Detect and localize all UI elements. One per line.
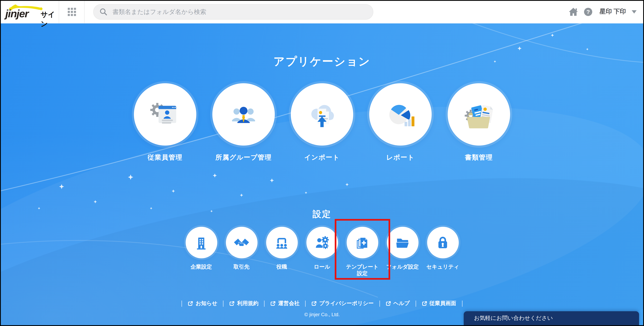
setting-label: セキュリティ — [425, 264, 461, 270]
external-link-icon — [312, 301, 317, 306]
setting-label: 役職 — [264, 264, 300, 270]
applications-section-title: アプリケーション — [0, 54, 644, 69]
applications-row: 従業員管理 — [0, 83, 644, 162]
search-input[interactable] — [93, 4, 373, 19]
app-item-import[interactable]: インポート — [283, 83, 361, 162]
setting-item-security[interactable]: セキュリティ — [423, 227, 463, 277]
app-label: 所属グループ管理 — [215, 154, 272, 162]
logo-text: jinjer — [5, 7, 28, 20]
header-divider — [84, 0, 85, 23]
app-item-document-management[interactable]: 書類管理 — [440, 83, 518, 162]
svg-text:?: ? — [586, 9, 590, 15]
footer-separator — [305, 300, 306, 307]
help-icon: ? — [584, 7, 592, 16]
app-label: レポート — [386, 154, 414, 162]
settings-row: 企業設定 取引先 — [0, 227, 644, 277]
document-management-icon — [462, 98, 495, 131]
app-launcher-button[interactable] — [59, 0, 84, 23]
business-partners-icon — [233, 234, 250, 251]
footer-separator — [223, 300, 224, 307]
app-label: 従業員管理 — [148, 154, 182, 162]
setting-item-business-partners[interactable]: 取引先 — [221, 227, 262, 277]
external-link-icon — [188, 301, 193, 306]
setting-label: 企業設定 — [183, 264, 219, 270]
setting-label: ロール — [304, 264, 340, 270]
report-icon — [384, 98, 417, 131]
footer-links: お知らせ 利用規約 運営会社 プライバシーポリシー ヘルプ — [0, 300, 644, 307]
folder-settings-icon — [394, 234, 411, 251]
logo-product-name: サイン — [41, 10, 59, 28]
external-link-icon — [422, 301, 427, 306]
help-button[interactable]: ? — [581, 4, 596, 19]
jinjer-sign-hub: jinjer サイン — [0, 0, 644, 326]
setting-item-roles[interactable]: ロール — [302, 227, 342, 277]
app-label: インポート — [304, 154, 340, 162]
external-link-icon — [270, 301, 276, 306]
settings-section-title: 設定 — [0, 208, 644, 220]
setting-label: 取引先 — [224, 264, 260, 270]
user-name: 星印 下印 — [600, 8, 626, 15]
grid-icon — [67, 7, 76, 16]
employee-management-icon — [149, 98, 182, 131]
setting-item-positions[interactable]: 役職 — [262, 227, 302, 277]
footer-separator — [379, 300, 380, 307]
group-management-icon — [227, 98, 260, 131]
search-icon — [100, 8, 108, 16]
positions-icon — [274, 234, 290, 251]
app-item-employee-management[interactable]: 従業員管理 — [126, 83, 204, 162]
external-link-icon — [386, 301, 391, 306]
home-button[interactable] — [566, 4, 581, 19]
footer-separator — [416, 300, 416, 307]
company-settings-icon — [194, 235, 209, 250]
chevron-down-icon — [632, 10, 637, 13]
footer-link-employee-screen[interactable]: 従業員画面 — [422, 300, 456, 307]
header-actions: ? 星印 下印 — [566, 4, 637, 19]
user-menu[interactable]: 星印 下印 — [600, 8, 636, 15]
footer-link-company[interactable]: 運営会社 — [270, 300, 300, 307]
template-settings-icon — [354, 234, 370, 251]
footer-link-terms[interactable]: 利用規約 — [229, 300, 258, 307]
footer-separator — [462, 300, 462, 307]
app-item-report[interactable]: レポート — [361, 83, 440, 162]
home-icon — [568, 7, 578, 16]
setting-label: テンプレート設定 — [344, 264, 380, 277]
app-item-group-management[interactable]: 所属グループ管理 — [204, 83, 283, 162]
external-link-icon — [229, 301, 234, 306]
setting-item-folder-settings[interactable]: フォルダ設定 — [382, 227, 423, 277]
roles-icon — [314, 234, 330, 251]
jinjer-logo[interactable]: jinjer サイン — [5, 2, 59, 21]
import-icon — [306, 98, 338, 131]
footer-link-news[interactable]: お知らせ — [188, 300, 218, 307]
hub-background: アプリケーション — [0, 23, 644, 326]
app-label: 書類管理 — [465, 154, 493, 162]
footer-separator — [182, 300, 182, 307]
header: jinjer サイン — [0, 0, 644, 23]
setting-item-company-settings[interactable]: 企業設定 — [181, 227, 221, 277]
footer-link-privacy-policy[interactable]: プライバシーポリシー — [312, 300, 374, 307]
security-icon — [434, 234, 451, 251]
footer-separator — [264, 300, 265, 307]
search-bar — [93, 4, 373, 19]
footer-link-help[interactable]: ヘルプ — [386, 300, 410, 307]
contact-chat-widget[interactable]: お気軽にお問い合わせください — [464, 311, 639, 325]
setting-label: フォルダ設定 — [384, 264, 420, 270]
setting-item-template-settings[interactable]: テンプレート設定 — [342, 227, 382, 277]
screen: jinjer サイン — [0, 0, 644, 326]
